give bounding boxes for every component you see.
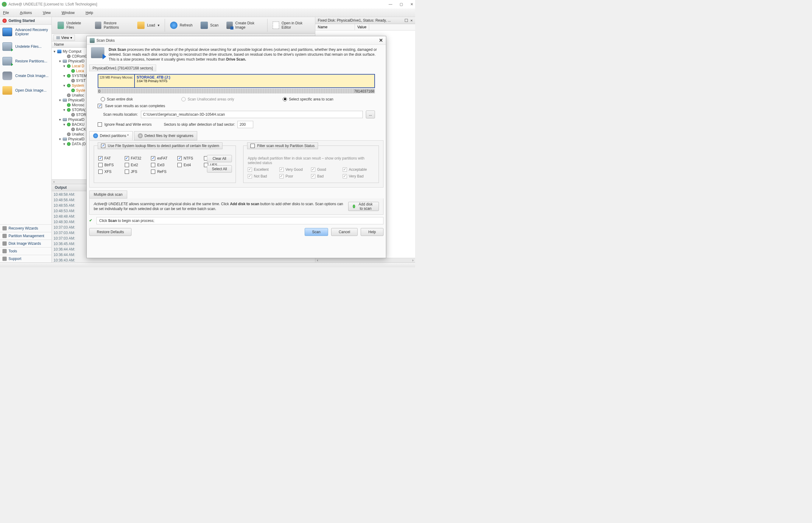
checkbox-very-bad bbox=[343, 174, 347, 178]
select-all-button[interactable]: Select All bbox=[207, 165, 232, 173]
checkbox-fat32[interactable] bbox=[125, 156, 129, 160]
toolbar-label: Restore Partitions bbox=[104, 21, 129, 30]
toolbar-scan[interactable]: Scan bbox=[197, 19, 222, 32]
partition-2[interactable]: STORAGE_4TB (J:)3.64 TB Primary NTFS bbox=[135, 75, 374, 87]
checkbox-fat[interactable] bbox=[98, 156, 103, 160]
disk-tab[interactable]: PhysicalDrive1 [7814037168 sectors] bbox=[89, 65, 156, 72]
sidebar-bottom-tools[interactable]: Tools bbox=[0, 247, 52, 255]
status-label: Bad bbox=[317, 174, 324, 178]
col-name[interactable]: Name bbox=[315, 24, 355, 30]
toolbar-open-disk-editor[interactable]: Open in Disk Editor bbox=[269, 19, 313, 32]
tab-detect-signatures[interactable]: Detect files by their signatures bbox=[134, 131, 198, 140]
partition-1[interactable]: 128 MB Primary Microsc bbox=[98, 75, 135, 87]
sidebar-item-open-disk-image[interactable]: Open Disk Image... bbox=[0, 83, 52, 98]
checkbox-good bbox=[311, 167, 315, 172]
close-button[interactable]: ✕ bbox=[410, 2, 413, 6]
toolbar-create-disk-image[interactable]: Create Disk Image bbox=[222, 19, 266, 32]
sidebar-item-label: Restore Partitions... bbox=[15, 59, 47, 63]
radio-scan-specific[interactable]: Select specific area to scan bbox=[283, 97, 333, 101]
getting-started-icon bbox=[2, 19, 7, 23]
partition-sub: 3.64 TB Primary NTFS bbox=[137, 79, 372, 83]
clear-all-button[interactable]: Clear All bbox=[207, 155, 232, 162]
fs-label: Ext4 bbox=[184, 163, 191, 167]
sidebar-item-restore-partitions[interactable]: Restore Partitions... bbox=[0, 54, 52, 69]
checkbox-filter-status[interactable] bbox=[251, 144, 255, 148]
panel-restore-icon[interactable] bbox=[405, 19, 408, 22]
toolbar-refresh[interactable]: Refresh bbox=[166, 19, 197, 32]
checkbox-jfs[interactable] bbox=[125, 169, 129, 174]
menu-help[interactable]: Help bbox=[86, 11, 93, 15]
sidebar-item-undelete-files[interactable]: Undelete Files... bbox=[0, 39, 52, 54]
properties-horizontal-scrollbar[interactable]: ‹› bbox=[315, 258, 415, 263]
toolbar-restore-partitions[interactable]: Restore Partitions bbox=[91, 19, 133, 32]
toolbar-undelete-files[interactable]: Undelete Files bbox=[54, 19, 91, 32]
sidebar-header[interactable]: Getting Started bbox=[0, 17, 52, 25]
checkbox-use-fs-filters[interactable] bbox=[101, 144, 105, 148]
sidebar-bottom-disk-image-wizards[interactable]: Disk Image Wizards bbox=[0, 239, 52, 247]
scan-results-location-input[interactable] bbox=[141, 111, 363, 118]
cancel-button[interactable]: Cancel bbox=[331, 228, 357, 236]
menu-window[interactable]: Window bbox=[62, 11, 75, 15]
main-toolbar: Undelete Files Restore Partitions Load▾ … bbox=[52, 17, 315, 34]
sidebar-item-create-disk-image[interactable]: Create Disk Image... bbox=[0, 69, 52, 83]
browse-button[interactable]: ... bbox=[366, 110, 375, 119]
checkbox-ext4[interactable] bbox=[178, 163, 182, 167]
toolbar-load[interactable]: Load▾ bbox=[133, 19, 163, 32]
fs-label: Ext2 bbox=[131, 163, 138, 167]
checkbox-excellent bbox=[248, 167, 252, 172]
checkbox-xfs[interactable] bbox=[98, 169, 103, 174]
restore-defaults-button[interactable]: Restore Defaults bbox=[89, 228, 131, 236]
sidebar-item-label: Undelete Files... bbox=[15, 44, 42, 49]
drive-icon bbox=[2, 42, 12, 51]
panel-close-icon[interactable]: ✕ bbox=[410, 19, 413, 22]
sidebar-item-label: Create Disk Image... bbox=[15, 74, 49, 78]
add-disk-button[interactable]: Add disk to scan bbox=[348, 202, 379, 211]
sidebar-item-advanced-recovery[interactable]: Advanced Recovery Explorer bbox=[0, 25, 52, 39]
checkbox-refs[interactable] bbox=[151, 169, 155, 174]
dialog-titlebar[interactable]: Scan Disks ✕ bbox=[87, 36, 386, 45]
maximize-button[interactable]: ▢ bbox=[400, 2, 403, 6]
disk-map[interactable]: 128 MB Primary Microsc STORAGE_4TB (J:)3… bbox=[98, 74, 375, 88]
sidebar-bottom-support[interactable]: Support bbox=[0, 255, 52, 263]
sidebar-bottom-partition-management[interactable]: Partition Management bbox=[0, 232, 52, 239]
radio-scan-entire[interactable]: Scan entire disk bbox=[101, 97, 133, 101]
checkbox-exfat[interactable] bbox=[151, 156, 155, 160]
checkbox-ext2[interactable] bbox=[125, 163, 129, 167]
fs-label: ReFS bbox=[157, 169, 166, 174]
menu-view[interactable]: View bbox=[43, 11, 51, 15]
minimize-button[interactable]: — bbox=[389, 2, 392, 6]
status-label: Excellent bbox=[254, 167, 269, 172]
signature-icon bbox=[138, 133, 143, 138]
checkbox-bad bbox=[311, 174, 315, 178]
fs-label: BtrFS bbox=[105, 163, 114, 167]
checkbox-save-results[interactable] bbox=[98, 104, 102, 108]
checkbox-ntfs[interactable] bbox=[178, 156, 182, 160]
folder-icon bbox=[2, 86, 12, 95]
fs-label: JFS bbox=[131, 169, 137, 174]
checkbox-not-bad bbox=[248, 174, 252, 178]
sidebar-bottom-recovery-wizards[interactable]: Recovery Wizards bbox=[0, 224, 52, 232]
menu-actions[interactable]: Actions bbox=[20, 11, 32, 15]
multiple-disk-scan-header: Multiple disk scan bbox=[89, 191, 127, 198]
sector-ruler[interactable]: 07814037168 bbox=[98, 89, 375, 93]
checkbox-ext3[interactable] bbox=[151, 163, 155, 167]
col-value[interactable]: Value bbox=[355, 24, 369, 30]
sectors-skip-input[interactable] bbox=[237, 121, 253, 128]
checkbox-btrfs[interactable] bbox=[98, 163, 103, 167]
tab-detect-partitions[interactable]: Detect partitions * bbox=[89, 131, 133, 140]
help-button[interactable]: Help bbox=[361, 228, 384, 236]
computer-icon bbox=[2, 28, 12, 36]
skip-label: Sectors to skip after detection of bad s… bbox=[164, 122, 235, 127]
dialog-close-button[interactable]: ✕ bbox=[379, 37, 383, 43]
refresh-icon bbox=[170, 22, 178, 29]
status-label: Very Bad bbox=[349, 174, 364, 178]
view-dropdown[interactable]: View▾ bbox=[54, 35, 75, 41]
menu-file[interactable]: File bbox=[3, 11, 9, 15]
radio-label: Scan Unallocated areas only bbox=[187, 97, 234, 101]
app-title: Active@ UNDELETE [Licensed to: LSoft Tec… bbox=[8, 2, 97, 6]
checkbox-ignore-errors[interactable] bbox=[98, 122, 102, 127]
status-label: Not Bad bbox=[254, 174, 267, 178]
scan-button[interactable]: Scan bbox=[304, 228, 328, 236]
multiple-disk-description: Active@ UNDELETE allows scanning several… bbox=[94, 201, 344, 211]
toolbar-label: Create Disk Image bbox=[235, 21, 262, 30]
